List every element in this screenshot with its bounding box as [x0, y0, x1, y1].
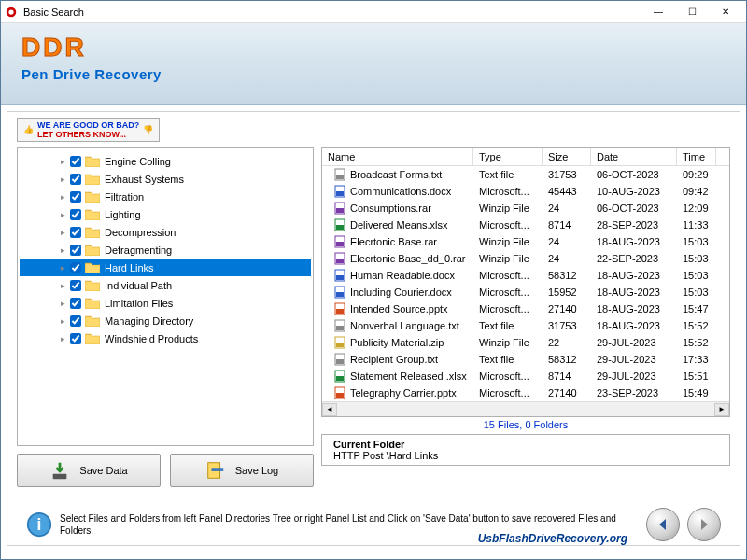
promo-banner[interactable]: 👍 WE ARE GOOD OR BAD? LET OTHERS KNOW...…: [17, 118, 160, 142]
header-date[interactable]: Date: [591, 148, 677, 165]
info-icon: i: [26, 511, 52, 538]
file-row[interactable]: Communications.docxMicrosoft...4544310-A…: [322, 183, 729, 200]
file-date-cell: 29-JUL-2023: [591, 336, 677, 349]
tree-checkbox[interactable]: [70, 333, 81, 344]
header-name[interactable]: Name: [322, 148, 473, 165]
tree-item[interactable]: ▸Windshield Products: [20, 329, 311, 347]
tree-item[interactable]: ▸Defragmenting: [20, 241, 311, 259]
tree-checkbox[interactable]: [70, 280, 81, 291]
tree-checkbox[interactable]: [70, 191, 81, 203]
tree-item[interactable]: ▸Limitation Files: [20, 294, 311, 312]
tree-item[interactable]: ▸Individual Path: [20, 276, 311, 294]
file-date-cell: 06-OCT-2023: [591, 168, 677, 181]
expand-icon[interactable]: ▸: [57, 280, 68, 291]
folder-tree[interactable]: ▸Engine Colling▸Exhaust Systems▸Filtrati…: [17, 147, 314, 446]
expand-icon[interactable]: ▸: [57, 209, 68, 220]
tree-checkbox[interactable]: [70, 227, 81, 238]
tree-item[interactable]: ▸Hard Links: [20, 259, 311, 276]
tree-checkbox[interactable]: [70, 262, 81, 273]
file-time-cell: 15:47: [677, 302, 716, 315]
horizontal-scrollbar[interactable]: ◄ ►: [322, 401, 729, 416]
svg-rect-30: [53, 474, 67, 480]
svg-rect-9: [336, 225, 344, 230]
file-row[interactable]: Intended Source.pptxMicrosoft...2714018-…: [322, 301, 729, 317]
tree-checkbox[interactable]: [70, 298, 81, 309]
file-row[interactable]: Consumptions.rarWinzip File2406-OCT-2023…: [322, 200, 729, 217]
scroll-left-button[interactable]: ◄: [322, 403, 337, 416]
file-row[interactable]: Including Courier.docxMicrosoft...159521…: [322, 284, 729, 301]
file-row[interactable]: Human Readable.docxMicrosoft...5831218-A…: [322, 267, 729, 284]
nav-back-button[interactable]: [646, 508, 680, 541]
tree-item[interactable]: ▸Filtration: [20, 188, 311, 205]
file-date-cell: 18-AUG-2023: [591, 286, 677, 299]
file-row[interactable]: Publicity Material.zipWinzip File2229-JU…: [322, 334, 729, 351]
nav-forward-button[interactable]: [687, 508, 721, 541]
header-type[interactable]: Type: [473, 148, 543, 165]
save-data-button[interactable]: Save Data: [17, 454, 161, 487]
tree-checkbox[interactable]: [70, 209, 81, 220]
file-time-cell: 17:33: [677, 353, 716, 366]
file-name-cell: Statement Released .xlsx: [322, 369, 473, 384]
file-row[interactable]: Recipient Group.txtText file5831229-JUL-…: [322, 351, 729, 368]
expand-icon[interactable]: ▸: [57, 227, 68, 238]
svg-rect-7: [336, 208, 344, 213]
tree-item[interactable]: ▸Managing Directory: [20, 312, 311, 329]
file-type-cell: Microsoft...: [473, 370, 543, 383]
tree-checkbox[interactable]: [70, 174, 81, 185]
save-log-button[interactable]: Save Log: [170, 454, 314, 487]
tree-item[interactable]: ▸Exhaust Systems: [20, 170, 311, 188]
file-date-cell: 18-AUG-2023: [591, 235, 677, 248]
save-log-label: Save Log: [235, 465, 278, 476]
file-row[interactable]: Nonverbal Language.txtText file3175318-A…: [322, 317, 729, 334]
file-list[interactable]: Broadcast Forms.txtText file3175306-OCT-…: [322, 166, 729, 401]
list-header: Name Type Size Date Time: [322, 148, 729, 166]
header-time[interactable]: Time: [677, 148, 716, 165]
close-button[interactable]: ✕: [709, 3, 742, 21]
file-time-cell: 15:51: [677, 370, 716, 383]
file-date-cell: 23-SEP-2023: [591, 386, 677, 399]
tree-checkbox[interactable]: [70, 315, 81, 327]
tree-item[interactable]: ▸Decompression: [20, 223, 311, 241]
expand-icon[interactable]: ▸: [57, 174, 68, 185]
expand-icon[interactable]: ▸: [57, 156, 68, 167]
file-date-cell: 18-AUG-2023: [591, 319, 677, 332]
file-size-cell: 24: [543, 202, 591, 215]
file-type-cell: Winzip File: [473, 336, 543, 349]
tree-checkbox[interactable]: [70, 156, 81, 167]
window-title: Basic Search: [23, 7, 641, 18]
expand-icon[interactable]: ▸: [57, 245, 68, 256]
minimize-button[interactable]: —: [641, 3, 675, 21]
file-row[interactable]: Broadcast Forms.txtText file3175306-OCT-…: [322, 166, 729, 183]
logo-ddr: DDR: [21, 33, 726, 63]
tree-item[interactable]: ▸Engine Colling: [20, 152, 311, 170]
tree-item-label: Individual Path: [105, 280, 172, 291]
expand-icon[interactable]: ▸: [57, 333, 68, 344]
file-row[interactable]: Telegraphy Carrier.pptxMicrosoft...27140…: [322, 385, 729, 401]
file-row[interactable]: Statement Released .xlsxMicrosoft...8714…: [322, 368, 729, 385]
file-date-cell: 28-SEP-2023: [591, 218, 677, 231]
expand-icon[interactable]: ▸: [57, 262, 68, 273]
file-row[interactable]: Delivered Means.xlsxMicrosoft...871428-S…: [322, 217, 729, 233]
tree-checkbox[interactable]: [70, 245, 81, 256]
file-type-cell: Microsoft...: [473, 269, 543, 282]
file-type-cell: Text file: [473, 168, 543, 181]
svg-rect-17: [336, 292, 344, 297]
header-size[interactable]: Size: [543, 148, 591, 165]
svg-rect-19: [336, 309, 344, 314]
expand-icon[interactable]: ▸: [57, 191, 68, 203]
file-type-cell: Text file: [473, 353, 543, 366]
file-row[interactable]: Elecrtonic Base.rarWinzip File2418-AUG-2…: [322, 233, 729, 250]
file-name-cell: Delivered Means.xlsx: [322, 217, 473, 232]
maximize-button[interactable]: ☐: [675, 3, 709, 21]
file-row[interactable]: Elecrtonic Base_dd_0.rarWinzip File2422-…: [322, 250, 729, 267]
svg-point-1: [8, 9, 13, 14]
scroll-right-button[interactable]: ►: [714, 403, 729, 416]
expand-icon[interactable]: ▸: [57, 315, 68, 327]
svg-rect-3: [336, 175, 344, 179]
expand-icon[interactable]: ▸: [57, 298, 68, 309]
current-folder-title: Current Folder: [333, 439, 718, 450]
tree-item[interactable]: ▸Lighting: [20, 205, 311, 223]
file-type-cell: Winzip File: [473, 235, 543, 248]
file-time-cell: 15:03: [677, 286, 716, 299]
svg-rect-13: [336, 259, 344, 263]
